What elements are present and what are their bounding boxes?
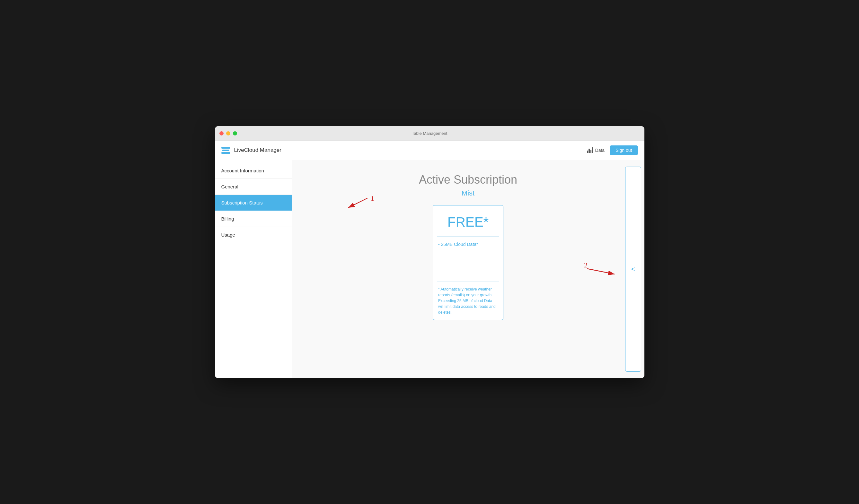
data-link[interactable]: Data	[587, 147, 605, 153]
page-title: Active Subscription	[419, 173, 517, 187]
close-button[interactable]	[220, 131, 224, 136]
logo-bar-2	[222, 149, 229, 151]
chart-bar-1	[587, 151, 588, 153]
maximize-button[interactable]	[233, 131, 237, 136]
app-title: LiveCloud Manager	[234, 147, 282, 154]
logo-bar-3	[221, 152, 230, 154]
window-controls	[215, 131, 237, 136]
card-features: - 25MB Cloud Data*	[433, 237, 503, 282]
minimize-button[interactable]	[226, 131, 230, 136]
annotation-1: 1	[342, 195, 380, 216]
sidebar-item-general[interactable]: General	[215, 179, 292, 195]
svg-line-4	[587, 269, 615, 274]
header-right: Data Sign out	[587, 145, 638, 155]
svg-text:1: 1	[371, 195, 374, 202]
chevron-left-icon: <	[631, 266, 635, 273]
sidebar: Account Information General Subscription…	[215, 160, 292, 378]
sidebar-item-subscription-status[interactable]: Subscription Status	[215, 195, 292, 211]
subscription-name: Mist	[462, 189, 474, 198]
app-header: LiveCloud Manager Data Sign out	[215, 141, 644, 160]
sign-out-button[interactable]: Sign out	[610, 145, 638, 155]
chart-bar-3	[590, 150, 592, 153]
card-footer: * Automatically receive weather reports …	[433, 282, 503, 320]
titlebar: Table Management	[215, 126, 644, 141]
annotation-1-arrow: 1	[342, 195, 380, 214]
chart-bar-2	[588, 148, 590, 153]
sidebar-item-account-information[interactable]: Account Information	[215, 163, 292, 179]
annotation-2-arrow: 2	[584, 263, 622, 282]
header-left: LiveCloud Manager	[221, 147, 282, 154]
app-window: Table Management LiveCloud Manager Data	[215, 126, 644, 378]
svg-line-1	[348, 198, 367, 208]
annotation-2: 2	[584, 263, 622, 283]
subscription-card: FREE* - 25MB Cloud Data* * Automatically…	[433, 205, 503, 320]
right-panel[interactable]: <	[625, 167, 641, 372]
data-chart-icon	[587, 147, 593, 153]
window-title: Table Management	[412, 131, 448, 136]
content-area: 1 Active Subscription Mist FREE* - 25MB …	[292, 160, 644, 378]
main-layout: Account Information General Subscription…	[215, 160, 644, 378]
svg-text:2: 2	[584, 263, 588, 269]
app-logo-icon	[221, 147, 230, 154]
sidebar-item-usage[interactable]: Usage	[215, 227, 292, 243]
card-price: FREE*	[433, 205, 503, 236]
sidebar-item-billing[interactable]: Billing	[215, 211, 292, 227]
chart-bar-4	[592, 147, 593, 153]
logo-bar-1	[221, 147, 230, 148]
data-label: Data	[595, 148, 605, 153]
